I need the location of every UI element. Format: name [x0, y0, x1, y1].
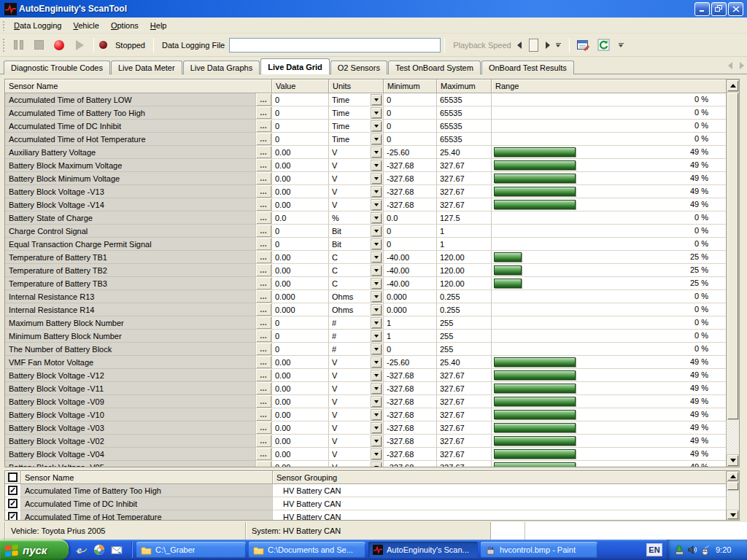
- units-dropdown-button[interactable]: [371, 225, 382, 237]
- grid-scrollbar[interactable]: [726, 79, 739, 467]
- units-dropdown-button[interactable]: [371, 330, 382, 342]
- units-dropdown-button[interactable]: [371, 252, 382, 263]
- units-dropdown-button[interactable]: [371, 186, 382, 198]
- sensor-options-button[interactable]: …: [256, 251, 272, 264]
- volume-icon[interactable]: [687, 545, 697, 555]
- menu-options[interactable]: Options: [105, 20, 144, 31]
- taskbar-task-c-graber[interactable]: C:\_Graber: [136, 542, 246, 558]
- units-dropdown-button[interactable]: [371, 422, 382, 434]
- slider-right-icon[interactable]: [546, 42, 550, 49]
- table-row[interactable]: Temperature of Battery TB1 … 0.00 C -40.…: [5, 251, 726, 264]
- menu-vehicle[interactable]: Vehicle: [67, 20, 104, 31]
- column-header-maximum[interactable]: Maximum: [437, 79, 492, 93]
- pause-button[interactable]: [9, 36, 27, 54]
- units-dropdown-button[interactable]: [371, 462, 382, 467]
- table-row[interactable]: Battery Block Voltage -V09 … 0.00 V -327…: [5, 395, 726, 408]
- sensor-options-button[interactable]: …: [256, 316, 272, 330]
- units-dropdown-button[interactable]: [371, 94, 382, 106]
- sensor-options-button[interactable]: …: [256, 277, 272, 290]
- sensor-checkbox[interactable]: ✓: [8, 499, 18, 508]
- tab-test-onboard-system[interactable]: Test OnBoard System: [388, 61, 481, 74]
- taskbar-task-c-documents-and-se[interactable]: C:\Documents and Se...: [249, 542, 365, 558]
- selection-scrollbar[interactable]: [726, 471, 739, 520]
- units-dropdown-button[interactable]: [371, 107, 382, 119]
- scrollbar-thumb[interactable]: [727, 92, 739, 420]
- mouse-icon[interactable]: [700, 545, 711, 556]
- table-row[interactable]: Accumulated Time of Battery LOW … 0 Time…: [5, 93, 726, 106]
- select-all-checkbox-cell[interactable]: [5, 471, 21, 484]
- record-button[interactable]: [50, 36, 68, 54]
- sensor-options-button[interactable]: …: [256, 330, 272, 343]
- column-header-units[interactable]: Units: [329, 79, 384, 93]
- sensor-options-button[interactable]: …: [256, 421, 272, 435]
- scroll-down-icon[interactable]: [727, 454, 739, 467]
- units-dropdown-button[interactable]: [371, 396, 382, 408]
- table-row[interactable]: Battery Block Voltage -V04 … 0.00 V -327…: [5, 448, 726, 461]
- table-row[interactable]: Equal Transaction Charge Permit Signal ……: [5, 238, 726, 251]
- slider-left-icon[interactable]: [517, 42, 522, 49]
- close-icon[interactable]: [728, 2, 743, 16]
- menu-help[interactable]: Help: [144, 20, 173, 31]
- slider-thumb[interactable]: [529, 39, 538, 52]
- stop-button[interactable]: [30, 36, 47, 54]
- units-dropdown-button[interactable]: [371, 265, 382, 276]
- table-row[interactable]: Auxiliary Battery Voltage … 0.00 V -25.6…: [5, 146, 726, 159]
- toolbar-overflow-button[interactable]: [554, 37, 563, 53]
- sensor-options-button[interactable]: …: [256, 133, 272, 146]
- tab-onboard-test-results[interactable]: OnBoard Test Results: [481, 61, 574, 74]
- units-dropdown-button[interactable]: [371, 383, 382, 394]
- language-indicator[interactable]: EN: [646, 543, 662, 556]
- sensor-options-button[interactable]: …: [256, 395, 272, 408]
- units-dropdown-button[interactable]: [371, 317, 382, 329]
- sensor-options-button[interactable]: …: [256, 146, 272, 159]
- sensor-options-button[interactable]: …: [256, 382, 272, 395]
- table-row[interactable]: Battery State of Charge … 0.0 % 0.0 127.…: [5, 211, 726, 225]
- column-header-sensor-name-bottom[interactable]: Sensor Name: [21, 471, 273, 484]
- units-dropdown-button[interactable]: [371, 291, 382, 303]
- sensor-options-button[interactable]: …: [256, 120, 272, 133]
- menu-data-logging[interactable]: Data Logging: [8, 20, 67, 31]
- sensor-checkbox[interactable]: ✓: [8, 486, 18, 495]
- units-dropdown-button[interactable]: [371, 448, 382, 460]
- units-dropdown-button[interactable]: [371, 133, 382, 145]
- restore-button[interactable]: [711, 2, 727, 16]
- units-dropdown-button[interactable]: [371, 370, 382, 381]
- clock[interactable]: 9:20: [716, 545, 731, 554]
- sensor-options-button[interactable]: …: [256, 159, 272, 172]
- table-row[interactable]: Battery Block Voltage -V05 … 0.00 V -327…: [5, 461, 726, 467]
- tab-scroll-left-icon[interactable]: [728, 62, 732, 69]
- table-row[interactable]: Battery Block Minimum Voltage … 0.00 V -…: [5, 172, 726, 185]
- sensor-options-button[interactable]: …: [256, 264, 272, 277]
- list-item[interactable]: ✓ Accumulated Time of Hot Temperature HV…: [5, 510, 726, 520]
- units-dropdown-button[interactable]: [371, 304, 382, 316]
- taskbar-task-autoenginuity-s-scan[interactable]: AutoEnginuity's Scan...: [368, 542, 478, 558]
- tab-diagnostic-trouble-codes[interactable]: Diagnostic Trouble Codes: [4, 61, 110, 74]
- sensor-checkbox[interactable]: ✓: [8, 512, 18, 520]
- sensor-options-button[interactable]: …: [256, 290, 272, 303]
- units-dropdown-button[interactable]: [371, 147, 382, 158]
- table-row[interactable]: Battery Block Maximum Voltage … 0.00 V -…: [5, 159, 726, 172]
- table-row[interactable]: Battery Block Voltage -V03 … 0.00 V -327…: [5, 421, 726, 435]
- units-dropdown-button[interactable]: [371, 278, 382, 289]
- units-dropdown-button[interactable]: [371, 199, 382, 211]
- table-row[interactable]: Accumulated Time of DC Inhibit … 0 Time …: [5, 120, 726, 133]
- column-header-range[interactable]: Range: [492, 79, 726, 93]
- units-dropdown-button[interactable]: [371, 238, 382, 250]
- column-header-value[interactable]: Value: [272, 79, 329, 93]
- sensor-options-button[interactable]: …: [256, 369, 272, 382]
- sensor-options-button[interactable]: …: [256, 106, 272, 120]
- column-header-sensor-name[interactable]: Sensor Name: [5, 79, 272, 93]
- table-row[interactable]: Temperature of Battery TB3 … 0.00 C -40.…: [5, 277, 726, 290]
- internet-explorer-icon[interactable]: e: [75, 544, 88, 556]
- sensor-options-button[interactable]: …: [256, 303, 272, 316]
- table-row[interactable]: Maximum Battery Block Number … 0 # 1 255…: [5, 316, 726, 330]
- safely-remove-icon[interactable]: [673, 545, 685, 556]
- units-dropdown-button[interactable]: [371, 357, 382, 368]
- refresh-button[interactable]: [595, 36, 613, 54]
- table-row[interactable]: Internal Resistance R14 … 0.000 Ohms 0.0…: [5, 303, 726, 316]
- select-all-checkbox[interactable]: [8, 472, 18, 482]
- table-row[interactable]: Battery Block Voltage -V14 … 0.00 V -327…: [5, 198, 726, 211]
- table-row[interactable]: Battery Block Voltage -V12 … 0.00 V -327…: [5, 369, 726, 382]
- table-row[interactable]: Battery Block Voltage -V11 … 0.00 V -327…: [5, 382, 726, 395]
- tab-live-data-graphs[interactable]: Live Data Graphs: [183, 61, 260, 74]
